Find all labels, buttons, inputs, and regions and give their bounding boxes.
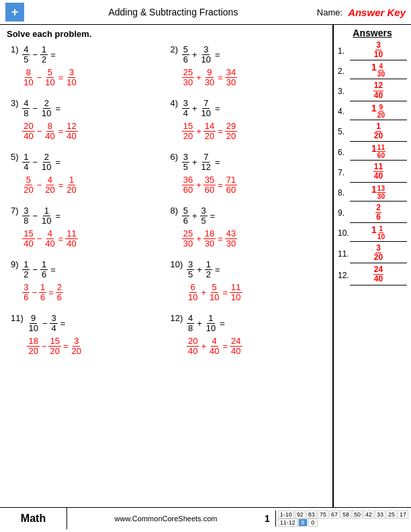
answer-6-mixed: 1 1160 [371, 144, 385, 159]
problem-11-question: 910 − 34 = [27, 314, 83, 334]
problem-6-question: 35 + 712 = [182, 152, 238, 173]
problem-12-solution: 2040 + 440 = 2440 [187, 337, 242, 357]
footer-stats-row2: 11-12 8 0 [278, 519, 408, 527]
sol-5-3: 120 [65, 175, 77, 195]
answer-10-mixed: 1 110 [371, 225, 385, 240]
answer-7: 7. 1140 [338, 163, 407, 182]
answer-panel: Answers 1. 310 2. 1 430 [334, 25, 411, 507]
problem-7-content: 38 − 110 = 1540 − 440 = 1140 [22, 206, 78, 249]
problem-12-question: 48 + 110 = [187, 314, 242, 334]
sol-10-2: 510 [208, 283, 220, 303]
problem-2-question: 56 + 310 = [182, 45, 238, 65]
sol-12-2: 440 [208, 337, 220, 357]
answer-9-fraction: 26 [375, 204, 381, 222]
sol-3-3: 1240 [65, 122, 77, 142]
sol-3-1: 2040 [22, 122, 34, 142]
answer-11: 11. 320 [338, 244, 407, 263]
problem-1: 1) 45 − 12 = 810 − 510 = 310 [7, 42, 167, 95]
answer-key-label: Answer Key [348, 7, 406, 18]
frac-3-1: 48 [22, 99, 30, 119]
answer-6: 6. 1 1160 [338, 144, 407, 161]
header: + Adding & Subtracting Fractions Name: A… [0, 0, 411, 25]
problem-5: 5) 14 − 210 = 520 − 420 = 120 [7, 149, 167, 203]
sol-5-2: 420 [44, 175, 56, 195]
problem-12-num: 12) [171, 313, 183, 323]
sol-3-2: 840 [44, 122, 56, 142]
math-label-text: Math [21, 513, 46, 525]
main-layout: Solve each problem. 1) 45 − 12 = 810 − 5… [0, 25, 411, 507]
frac-10-1: 35 [187, 260, 194, 280]
frac-6-2: 712 [200, 152, 212, 173]
frac-5-1: 14 [22, 152, 30, 173]
sol-4-1: 1520 [182, 122, 194, 142]
answer-10: 10. 1 110 [338, 225, 407, 242]
answer-1-fraction: 310 [373, 41, 383, 59]
problem-10-question: 35 + 12 = [187, 260, 242, 280]
frac-3-2: 210 [40, 99, 52, 119]
problem-11-num: 11) [11, 313, 24, 323]
problem-4-question: 34 + 710 = [182, 99, 238, 119]
problem-3-num: 3) [11, 98, 19, 108]
problem-7-num: 7) [11, 206, 19, 216]
answer-12: 12. 2440 [338, 265, 407, 285]
frac-7-2: 110 [40, 206, 52, 226]
answer-3-fraction: 1240 [373, 81, 383, 99]
footer-url: www.CommonCoreSheets.com [67, 515, 265, 523]
sol-9-1: 36 [22, 283, 30, 303]
sol-6-1: 3660 [182, 175, 194, 195]
worksheet-title: Adding & Subtracting Fractions [30, 7, 317, 17]
footer: Math www.CommonCoreSheets.com 1 1-10 92 … [0, 507, 411, 529]
instructions: Solve each problem. [7, 29, 326, 39]
sol-7-3: 1140 [65, 229, 77, 249]
problem-9: 9) 12 − 16 = 36 − 16 = 26 [7, 257, 167, 310]
sol-12-3: 2440 [230, 337, 242, 357]
frac-10-2: 12 [205, 260, 212, 280]
answer-2-fraction: 430 [377, 62, 385, 78]
footer-math-label: Math [0, 508, 67, 529]
footer-page: 1 [265, 513, 270, 524]
answer-11-fraction: 320 [373, 244, 383, 262]
problem-9-num: 9) [11, 259, 19, 269]
problem-11-content: 910 − 34 = 1820 − 1520 = 320 [27, 314, 83, 356]
problem-8: 8) 56 + 35 = 2530 + 1830 = 4330 [167, 203, 326, 257]
frac-4-2: 710 [200, 99, 212, 119]
sol-10-3: 1110 [230, 283, 242, 303]
sol-4-2: 1420 [203, 122, 216, 142]
answer-1: 1. 310 [338, 41, 407, 60]
frac-1-1: 45 [22, 45, 30, 65]
answer-2: 2. 1 430 [338, 62, 407, 79]
sol-5-1: 520 [22, 175, 34, 195]
footer-stats: 1-10 92 83 75 67 58 50 42 33 25 17 11-12… [275, 511, 408, 527]
sol-9-2: 16 [39, 283, 46, 303]
answer-4: 4. 1 920 [338, 103, 407, 120]
problem-6: 6) 35 + 712 = 3660 + 3560 = 7160 [167, 149, 326, 203]
sol-9-3: 26 [56, 283, 63, 303]
logo-symbol: + [11, 5, 19, 19]
sol-8-2: 1830 [203, 229, 216, 249]
problem-8-num: 8) [171, 206, 179, 216]
answers-title: Answers [338, 28, 407, 38]
logo: + [5, 3, 24, 21]
problem-2-num: 2) [171, 44, 179, 54]
frac-2-1: 56 [182, 45, 189, 65]
sol-11-1: 1820 [27, 337, 39, 357]
problems-area: Solve each problem. 1) 45 − 12 = 810 − 5… [0, 25, 334, 507]
problem-9-content: 12 − 16 = 36 − 16 = 26 [22, 260, 63, 302]
problem-3: 3) 48 − 210 = 2040 − 840 = 1240 [7, 95, 167, 149]
problem-5-num: 5) [11, 152, 19, 162]
frac-6-1: 35 [182, 152, 189, 173]
frac-4-1: 34 [182, 99, 189, 119]
footer-stats-row1: 1-10 92 83 75 67 58 50 42 33 25 17 [278, 511, 408, 519]
answer-2-mixed: 1 430 [371, 62, 385, 78]
problem-3-solution: 2040 − 840 = 1240 [22, 122, 78, 142]
problem-3-content: 48 − 210 = 2040 − 840 = 1240 [22, 99, 78, 141]
sol-2-3: 3430 [225, 68, 237, 88]
frac-5-2: 210 [40, 152, 52, 173]
problem-11: 11) 910 − 34 = 1820 − 1520 = 320 [7, 310, 167, 364]
answer-8-fraction: 1330 [377, 185, 385, 200]
problem-10-solution: 610 + 510 = 1110 [187, 283, 242, 303]
frac-12-1: 48 [187, 314, 194, 334]
problem-7-solution: 1540 − 440 = 1140 [22, 229, 78, 249]
problem-8-content: 56 + 35 = 2530 + 1830 = 4330 [182, 206, 238, 249]
problem-8-solution: 2530 + 1830 = 4330 [182, 229, 238, 249]
